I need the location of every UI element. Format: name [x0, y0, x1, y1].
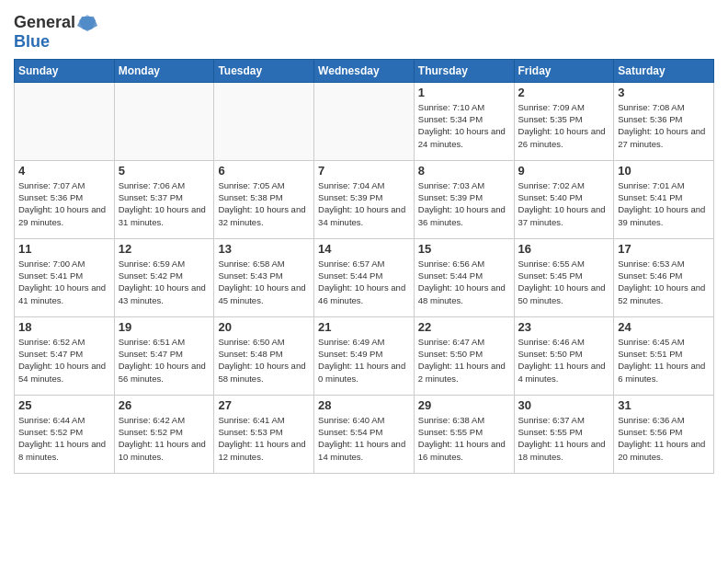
calendar-cell: 24Sunrise: 6:45 AMSunset: 5:51 PMDayligh…: [614, 316, 714, 395]
day-number: 19: [119, 320, 210, 334]
calendar-cell: 22Sunrise: 6:47 AMSunset: 5:50 PMDayligh…: [414, 316, 514, 395]
day-number: 4: [18, 164, 110, 178]
day-number: 21: [318, 320, 410, 334]
cell-info: Sunrise: 6:40 AMSunset: 5:54 PMDaylight:…: [318, 414, 410, 463]
day-number: 18: [18, 320, 110, 334]
day-number: 31: [618, 398, 710, 412]
cell-info: Sunrise: 7:02 AMSunset: 5:40 PMDaylight:…: [518, 179, 610, 228]
weekday-header-row: SundayMondayTuesdayWednesdayThursdayFrid…: [15, 59, 714, 82]
weekday-header-wednesday: Wednesday: [314, 59, 415, 82]
calendar-cell: 19Sunrise: 6:51 AMSunset: 5:47 PMDayligh…: [114, 316, 214, 395]
day-number: 9: [518, 164, 610, 178]
day-number: 8: [418, 164, 510, 178]
cell-info: Sunrise: 6:41 AMSunset: 5:53 PMDaylight:…: [218, 414, 310, 463]
calendar-cell: 29Sunrise: 6:38 AMSunset: 5:55 PMDayligh…: [414, 395, 514, 473]
calendar-cell: [114, 82, 214, 160]
cell-info: Sunrise: 6:38 AMSunset: 5:55 PMDaylight:…: [418, 414, 510, 463]
calendar-cell: 21Sunrise: 6:49 AMSunset: 5:49 PMDayligh…: [314, 316, 415, 395]
cell-info: Sunrise: 7:01 AMSunset: 5:41 PMDaylight:…: [618, 179, 710, 228]
calendar-cell: 28Sunrise: 6:40 AMSunset: 5:54 PMDayligh…: [314, 395, 415, 473]
calendar-cell: 1Sunrise: 7:10 AMSunset: 5:34 PMDaylight…: [414, 82, 514, 160]
weekday-header-tuesday: Tuesday: [214, 59, 314, 82]
logo-icon: [77, 13, 97, 33]
day-number: 10: [618, 164, 710, 178]
week-row-2: 4Sunrise: 7:07 AMSunset: 5:36 PMDaylight…: [15, 160, 714, 238]
cell-info: Sunrise: 6:56 AMSunset: 5:44 PMDaylight:…: [418, 258, 510, 306]
cell-info: Sunrise: 7:05 AMSunset: 5:38 PMDaylight:…: [218, 179, 310, 228]
day-number: 29: [418, 398, 510, 412]
day-number: 30: [518, 398, 610, 412]
cell-info: Sunrise: 6:55 AMSunset: 5:45 PMDaylight:…: [518, 258, 610, 306]
cell-info: Sunrise: 6:49 AMSunset: 5:49 PMDaylight:…: [318, 336, 410, 385]
calendar-cell: 13Sunrise: 6:58 AMSunset: 5:43 PMDayligh…: [214, 238, 314, 316]
calendar-cell: 14Sunrise: 6:57 AMSunset: 5:44 PMDayligh…: [314, 238, 415, 316]
cell-info: Sunrise: 6:47 AMSunset: 5:50 PMDaylight:…: [418, 336, 510, 385]
calendar-cell: 18Sunrise: 6:52 AMSunset: 5:47 PMDayligh…: [15, 316, 115, 395]
cell-info: Sunrise: 6:46 AMSunset: 5:50 PMDaylight:…: [518, 336, 610, 385]
calendar-cell: 7Sunrise: 7:04 AMSunset: 5:39 PMDaylight…: [314, 160, 415, 238]
cell-info: Sunrise: 6:57 AMSunset: 5:44 PMDaylight:…: [318, 258, 410, 306]
day-number: 6: [218, 164, 310, 178]
weekday-header-sunday: Sunday: [15, 59, 115, 82]
calendar-cell: 15Sunrise: 6:56 AMSunset: 5:44 PMDayligh…: [414, 238, 514, 316]
cell-info: Sunrise: 6:36 AMSunset: 5:56 PMDaylight:…: [618, 414, 710, 463]
calendar-cell: [15, 82, 115, 160]
cell-info: Sunrise: 6:58 AMSunset: 5:43 PMDaylight:…: [218, 258, 310, 306]
cell-info: Sunrise: 7:04 AMSunset: 5:39 PMDaylight:…: [318, 179, 410, 228]
logo-blue: Blue: [14, 33, 97, 52]
cell-info: Sunrise: 7:00 AMSunset: 5:41 PMDaylight:…: [18, 258, 110, 306]
cell-info: Sunrise: 6:44 AMSunset: 5:52 PMDaylight:…: [18, 414, 110, 463]
calendar-cell: 25Sunrise: 6:44 AMSunset: 5:52 PMDayligh…: [15, 395, 115, 473]
weekday-header-monday: Monday: [114, 59, 214, 82]
weekday-header-thursday: Thursday: [414, 59, 514, 82]
calendar-cell: 5Sunrise: 7:06 AMSunset: 5:37 PMDaylight…: [114, 160, 214, 238]
weekday-header-saturday: Saturday: [614, 59, 714, 82]
cell-info: Sunrise: 7:07 AMSunset: 5:36 PMDaylight:…: [18, 179, 110, 228]
cell-info: Sunrise: 6:59 AMSunset: 5:42 PMDaylight:…: [119, 258, 210, 306]
calendar-cell: 9Sunrise: 7:02 AMSunset: 5:40 PMDaylight…: [514, 160, 614, 238]
cell-info: Sunrise: 6:51 AMSunset: 5:47 PMDaylight:…: [119, 336, 210, 385]
week-row-4: 18Sunrise: 6:52 AMSunset: 5:47 PMDayligh…: [15, 316, 714, 395]
cell-info: Sunrise: 6:52 AMSunset: 5:47 PMDaylight:…: [18, 336, 110, 385]
calendar-table: SundayMondayTuesdayWednesdayThursdayFrid…: [14, 59, 714, 474]
calendar-cell: 10Sunrise: 7:01 AMSunset: 5:41 PMDayligh…: [614, 160, 714, 238]
logo-general: General: [14, 14, 75, 32]
day-number: 11: [18, 242, 110, 256]
day-number: 3: [618, 86, 710, 99]
day-number: 27: [218, 398, 310, 412]
day-number: 14: [318, 242, 410, 256]
cell-info: Sunrise: 6:37 AMSunset: 5:55 PMDaylight:…: [518, 414, 610, 463]
day-number: 13: [218, 242, 310, 256]
cell-info: Sunrise: 7:03 AMSunset: 5:39 PMDaylight:…: [418, 179, 510, 228]
cell-info: Sunrise: 6:53 AMSunset: 5:46 PMDaylight:…: [618, 258, 710, 306]
day-number: 16: [518, 242, 610, 256]
calendar-cell: 26Sunrise: 6:42 AMSunset: 5:52 PMDayligh…: [114, 395, 214, 473]
calendar-cell: 3Sunrise: 7:08 AMSunset: 5:36 PMDaylight…: [614, 82, 714, 160]
cell-info: Sunrise: 7:09 AMSunset: 5:35 PMDaylight:…: [518, 101, 610, 150]
cell-info: Sunrise: 7:10 AMSunset: 5:34 PMDaylight:…: [418, 101, 510, 150]
calendar-cell: 6Sunrise: 7:05 AMSunset: 5:38 PMDaylight…: [214, 160, 314, 238]
week-row-1: 1Sunrise: 7:10 AMSunset: 5:34 PMDaylight…: [15, 82, 714, 160]
calendar-cell: 2Sunrise: 7:09 AMSunset: 5:35 PMDaylight…: [514, 82, 614, 160]
cell-info: Sunrise: 6:50 AMSunset: 5:48 PMDaylight:…: [218, 336, 310, 385]
day-number: 26: [119, 398, 210, 412]
day-number: 15: [418, 242, 510, 256]
calendar-cell: 30Sunrise: 6:37 AMSunset: 5:55 PMDayligh…: [514, 395, 614, 473]
calendar-cell: 8Sunrise: 7:03 AMSunset: 5:39 PMDaylight…: [414, 160, 514, 238]
day-number: 22: [418, 320, 510, 334]
day-number: 20: [218, 320, 310, 334]
day-number: 1: [418, 86, 510, 99]
calendar-cell: 12Sunrise: 6:59 AMSunset: 5:42 PMDayligh…: [114, 238, 214, 316]
calendar-cell: [314, 82, 415, 160]
calendar-cell: 4Sunrise: 7:07 AMSunset: 5:36 PMDaylight…: [15, 160, 115, 238]
day-number: 23: [518, 320, 610, 334]
cell-info: Sunrise: 6:42 AMSunset: 5:52 PMDaylight:…: [119, 414, 210, 463]
calendar-cell: 16Sunrise: 6:55 AMSunset: 5:45 PMDayligh…: [514, 238, 614, 316]
calendar-cell: [214, 82, 314, 160]
calendar-cell: 23Sunrise: 6:46 AMSunset: 5:50 PMDayligh…: [514, 316, 614, 395]
calendar-cell: 31Sunrise: 6:36 AMSunset: 5:56 PMDayligh…: [614, 395, 714, 473]
day-number: 25: [18, 398, 110, 412]
calendar-cell: 11Sunrise: 7:00 AMSunset: 5:41 PMDayligh…: [15, 238, 115, 316]
day-number: 2: [518, 86, 610, 99]
day-number: 24: [618, 320, 710, 334]
